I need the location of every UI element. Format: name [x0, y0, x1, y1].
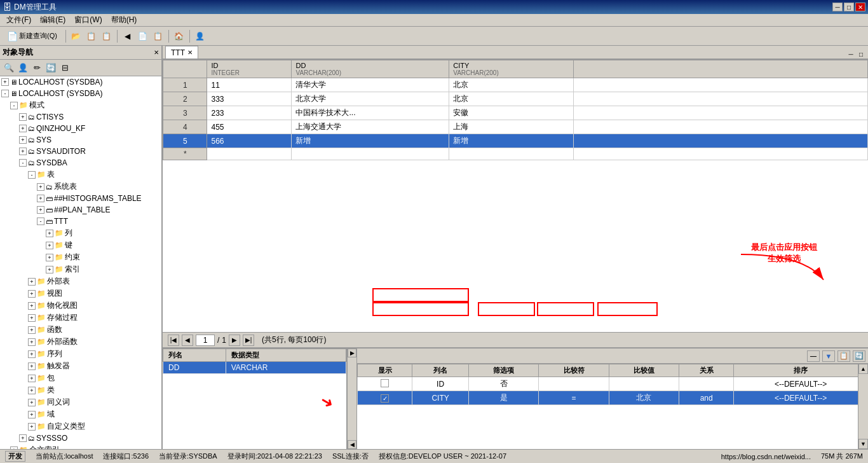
tree-item[interactable]: +📁同义词: [0, 396, 161, 408]
tree-item[interactable]: +📁视图: [0, 287, 161, 300]
tree-item[interactable]: -🗂SYSDBA: [0, 157, 161, 169]
tree-label: LOCALHOST (SYSDBA): [18, 89, 102, 98]
filter-table-container[interactable]: 显示 列名 筛选项 比较符 比较值 关系 排序: [357, 364, 868, 449]
menu-edit[interactable]: 编辑(E): [36, 13, 69, 27]
tree-label: LOCALHOST (SYSDBA): [18, 78, 102, 86]
nav-edit-icon[interactable]: ✏: [31, 62, 43, 74]
page-info: (共5行, 每页100行): [262, 335, 326, 345]
tree-item[interactable]: +🗂SYSAUDITOR: [0, 146, 161, 157]
tree-item[interactable]: +📁外部函数: [0, 336, 161, 348]
tree-item[interactable]: +🗂SYSSSO: [0, 432, 161, 444]
filter-scroll-up[interactable]: ▲: [858, 364, 868, 374]
menu-help[interactable]: 帮助(H): [107, 13, 141, 27]
tree-item[interactable]: +🗂系统表: [0, 181, 161, 193]
row-num-cell: 1: [163, 78, 207, 92]
tree-item[interactable]: +📁全文索引: [0, 444, 161, 449]
tree-container[interactable]: +🖥LOCALHOST (SYSDBA)-🖥LOCALHOST (SYSDBA)…: [0, 76, 161, 449]
tree-item[interactable]: +🗂SYS: [0, 134, 161, 146]
page-current-input[interactable]: [196, 335, 215, 346]
filter-cell-order: <--DEFAULT-->: [734, 377, 868, 391]
tree-item[interactable]: +📁列: [0, 227, 161, 239]
nav-search-icon[interactable]: 🔍: [3, 62, 15, 74]
tree-label: ##HISTOGRAMS_TABLE: [54, 194, 142, 203]
tree-item[interactable]: +📁触发器: [0, 360, 161, 372]
tree-item[interactable]: -🖥LOCALHOST (SYSDBA): [0, 88, 161, 99]
nav-person-icon[interactable]: 👤: [17, 62, 29, 74]
tree-item[interactable]: +📁外部表: [0, 275, 161, 287]
row-num-cell: 2: [163, 92, 207, 106]
nav-refresh-icon[interactable]: 🔄: [44, 62, 57, 74]
new-query-button[interactable]: 📄 新建查询(Q): [3, 29, 62, 43]
page-next-btn[interactable]: ▶: [229, 335, 240, 346]
tree-item[interactable]: +🗂QINZHOU_KF: [0, 123, 161, 134]
scroll-left-btn[interactable]: ◀: [348, 440, 356, 449]
tree-item[interactable]: -📁表: [0, 169, 161, 181]
close-button[interactable]: ✕: [855, 3, 865, 11]
tree-label: 类: [47, 385, 55, 396]
col-list-row[interactable]: DD VARCHAR: [163, 362, 346, 374]
tree-item[interactable]: +📁存储过程: [0, 312, 161, 324]
tree-item[interactable]: -🗃TTT: [0, 216, 161, 227]
filter-minus-btn[interactable]: ─: [807, 350, 820, 362]
tree-item[interactable]: +🖥LOCALHOST (SYSDBA): [0, 76, 161, 88]
status-url: https://blog.csdn.net/weixid...: [721, 453, 811, 460]
panel-close-icon[interactable]: ✕: [154, 49, 159, 56]
filter-refresh-btn[interactable]: 🔄: [853, 350, 865, 362]
tree-item[interactable]: +📁序列: [0, 348, 161, 360]
filter-table: 显示 列名 筛选项 比较符 比较值 关系 排序: [357, 364, 868, 405]
page-last-btn[interactable]: ▶|: [243, 335, 254, 346]
tree-item[interactable]: +📁类: [0, 384, 161, 396]
copy-icon[interactable]: 📄: [137, 30, 149, 43]
tree-item[interactable]: +🗃##PLAN_TABLE: [0, 204, 161, 216]
scroll-right-btn[interactable]: ▶: [348, 349, 356, 357]
data-row[interactable]: 5 566 新增 新增: [163, 134, 868, 148]
tab-ttt[interactable]: TTT ✕: [165, 46, 198, 59]
filter-funnel-btn[interactable]: ▼: [822, 350, 835, 362]
minimize-button[interactable]: ─: [832, 3, 843, 11]
tree-item[interactable]: +📁约束: [0, 251, 161, 263]
data-row[interactable]: *: [163, 148, 868, 160]
tree-label: 包: [47, 373, 55, 384]
data-row[interactable]: 3 233 中国科学技术大... 安徽: [163, 106, 868, 120]
filter-scroll-down[interactable]: ▼: [858, 439, 868, 449]
filter-row[interactable]: ✓ CITY 是 = 北京 and <--DEFAULT-->: [358, 391, 868, 405]
filter-copy-btn[interactable]: 📋: [837, 350, 850, 362]
page-prev-btn[interactable]: ◀: [182, 335, 193, 346]
toolbar-icon-2[interactable]: 📋: [85, 30, 98, 43]
user-icon[interactable]: 👤: [194, 30, 207, 43]
tree-item[interactable]: +📁物化视图: [0, 300, 161, 312]
back-icon[interactable]: ◀: [121, 30, 134, 43]
paste-icon[interactable]: 📋: [152, 30, 165, 43]
open-icon[interactable]: 📂: [70, 30, 83, 43]
menu-window[interactable]: 窗口(W): [71, 13, 105, 27]
menu-file[interactable]: 文件(F): [3, 13, 35, 27]
tree-item[interactable]: +📁函数: [0, 324, 161, 336]
filter-cell-display[interactable]: ✓: [358, 391, 412, 405]
data-row[interactable]: 4 455 上海交通大学 上海: [163, 120, 868, 134]
tree-item[interactable]: +📁包: [0, 372, 161, 384]
tree-label: SYSSSO: [36, 434, 67, 443]
tree-item[interactable]: +📁索引: [0, 263, 161, 275]
tree-item[interactable]: +📁键: [0, 239, 161, 251]
nav-collapse-icon[interactable]: ⊟: [58, 62, 71, 74]
tree-item[interactable]: +📁域: [0, 408, 161, 420]
data-grid[interactable]: IDINTEGER DDVARCHAR(200) CITYVARCHAR(200…: [163, 60, 868, 332]
tree-item[interactable]: +🗃##HISTOGRAMS_TABLE: [0, 193, 161, 204]
data-row[interactable]: 1 11 清华大学 北京: [163, 78, 868, 92]
tab-ttt-close[interactable]: ✕: [187, 49, 193, 56]
page-first-btn[interactable]: |◀: [168, 335, 179, 346]
home-icon[interactable]: 🏠: [173, 30, 186, 43]
maximize-button[interactable]: □: [844, 3, 854, 11]
toolbar-icon-3[interactable]: 📋: [100, 30, 113, 43]
tree-item[interactable]: +📁自定义类型: [0, 420, 161, 432]
tree-label: 物化视图: [47, 300, 78, 311]
tree-item[interactable]: -📁模式: [0, 99, 161, 111]
tab-maximize-btn[interactable]: □: [857, 50, 865, 59]
data-row[interactable]: 2 333 北京大学 北京: [163, 92, 868, 106]
tab-minimize-btn[interactable]: ─: [846, 50, 855, 59]
filter-row[interactable]: ID 否 <--DEFAULT-->: [358, 377, 868, 391]
tree-label: 同义词: [47, 397, 70, 408]
tree-item[interactable]: +🗂CTISYS: [0, 111, 161, 123]
col-list-type-header: 数据类型: [226, 349, 346, 362]
filter-cell-display[interactable]: [358, 377, 412, 391]
